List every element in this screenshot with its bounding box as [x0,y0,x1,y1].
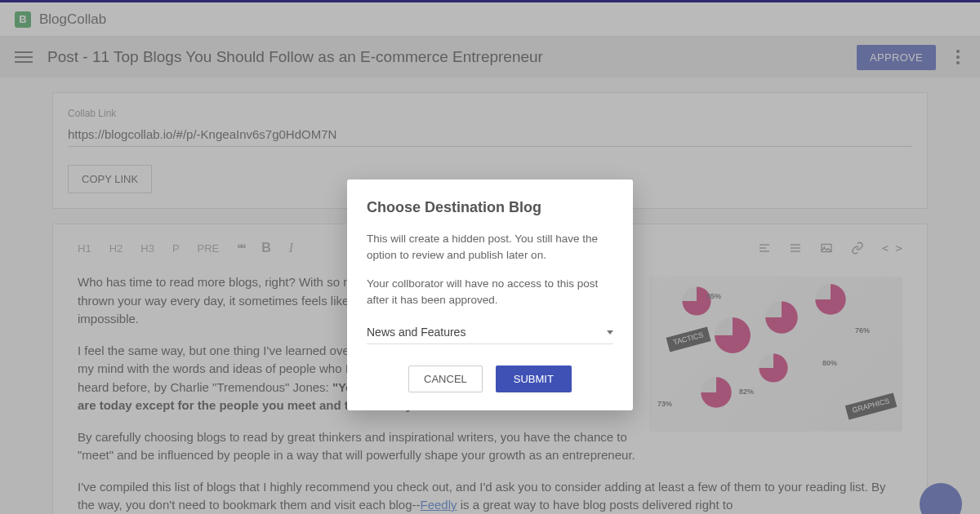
select-value: News and Features [367,326,466,339]
modal-title: Choose Destination Blog [367,199,613,216]
modal-actions: CANCEL SUBMIT [367,366,613,392]
modal-text: Your collborator will have no access to … [367,276,613,308]
submit-button[interactable]: SUBMIT [496,366,572,392]
destination-select[interactable]: News and Features [367,321,613,344]
modal-text: This will create a hidden post. You stil… [367,231,613,263]
modal-overlay[interactable]: Choose Destination Blog This will create… [0,2,980,514]
destination-modal: Choose Destination Blog This will create… [347,179,633,410]
chevron-down-icon [607,330,613,335]
cancel-button[interactable]: CANCEL [408,366,483,392]
